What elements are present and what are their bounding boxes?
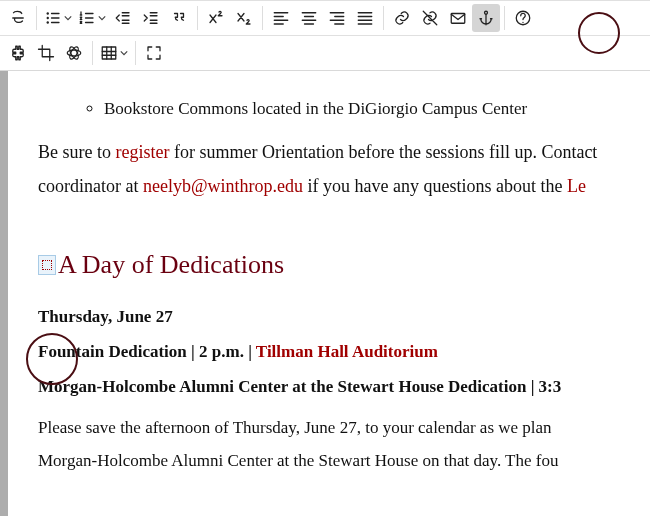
align-center-icon [300, 9, 318, 27]
toolbar-row-1 [0, 0, 650, 35]
svg-point-6 [67, 50, 81, 56]
bullet-list-button[interactable] [41, 4, 75, 32]
left-ruler [0, 71, 8, 516]
anchor-icon [477, 9, 495, 27]
event-line-2[interactable]: Morgan-Holcombe Alumni Center at the Ste… [38, 373, 650, 400]
indent-icon [142, 9, 160, 27]
editor-surface: Bookstore Commons located in the DiGiorg… [0, 71, 650, 516]
blockquote-button[interactable] [165, 4, 193, 32]
strike-icon [9, 9, 27, 27]
section-heading[interactable]: A Day of Dedications [38, 240, 650, 289]
body-paragraph[interactable]: Please save the afternoon of Thursday, J… [38, 411, 650, 477]
svg-rect-3 [451, 14, 465, 24]
number-list-icon [78, 9, 96, 27]
crop-button[interactable] [32, 39, 60, 67]
atom-icon [65, 44, 83, 62]
plugin-button[interactable] [4, 39, 32, 67]
unlink-icon [421, 9, 439, 27]
link-cutoff[interactable]: Le [567, 176, 586, 196]
link-button[interactable] [388, 4, 416, 32]
link-tillman[interactable]: Tillman Hall Auditorium [256, 342, 438, 361]
crop-icon [37, 44, 55, 62]
outdent-icon [114, 9, 132, 27]
toolbar-row-2 [0, 35, 650, 70]
event-line-1[interactable]: Fountain Dedication | 2 p.m. | Tillman H… [38, 338, 650, 365]
align-center-button[interactable] [295, 4, 323, 32]
link-icon [393, 9, 411, 27]
subscript-icon [235, 9, 253, 27]
bullet-list-icon [44, 9, 62, 27]
fullscreen-icon [145, 44, 163, 62]
fullscreen-button[interactable] [140, 39, 168, 67]
mail-button[interactable] [444, 4, 472, 32]
link-email[interactable]: neelyb@winthrop.edu [143, 176, 303, 196]
unlink-button[interactable] [416, 4, 444, 32]
list-item[interactable]: Bookstore Commons located in the DiGiorg… [104, 93, 650, 125]
align-right-button[interactable] [323, 4, 351, 32]
editor-toolbar [0, 0, 650, 71]
quote-icon [170, 9, 188, 27]
subscript-button[interactable] [230, 4, 258, 32]
page-content[interactable]: Bookstore Commons located in the DiGiorg… [8, 71, 650, 516]
paragraph[interactable]: Be sure to register for summer Orientati… [38, 135, 650, 203]
sub-bullet-list: Bookstore Commons located in the DiGiorg… [38, 93, 650, 125]
anchor-marker-icon[interactable] [38, 255, 56, 275]
table-icon [100, 44, 118, 62]
align-justify-icon [356, 9, 374, 27]
outdent-button[interactable] [109, 4, 137, 32]
help-icon [514, 9, 532, 27]
mail-icon [449, 9, 467, 27]
number-list-button[interactable] [75, 4, 109, 32]
strike-button[interactable] [4, 4, 32, 32]
table-button[interactable] [97, 39, 131, 67]
event-date[interactable]: Thursday, June 27 [38, 303, 650, 330]
plugin-icon [9, 44, 27, 62]
link-register[interactable]: register [115, 142, 169, 162]
svg-point-0 [47, 12, 49, 14]
align-left-button[interactable] [267, 4, 295, 32]
align-justify-button[interactable] [351, 4, 379, 32]
superscript-icon [207, 9, 225, 27]
align-left-icon [272, 9, 290, 27]
help-button[interactable] [509, 4, 537, 32]
svg-point-2 [47, 21, 49, 23]
svg-point-1 [47, 17, 49, 19]
special-char-button[interactable] [60, 39, 88, 67]
indent-button[interactable] [137, 4, 165, 32]
align-right-icon [328, 9, 346, 27]
anchor-button[interactable] [472, 4, 500, 32]
superscript-button[interactable] [202, 4, 230, 32]
svg-rect-9 [102, 47, 116, 59]
